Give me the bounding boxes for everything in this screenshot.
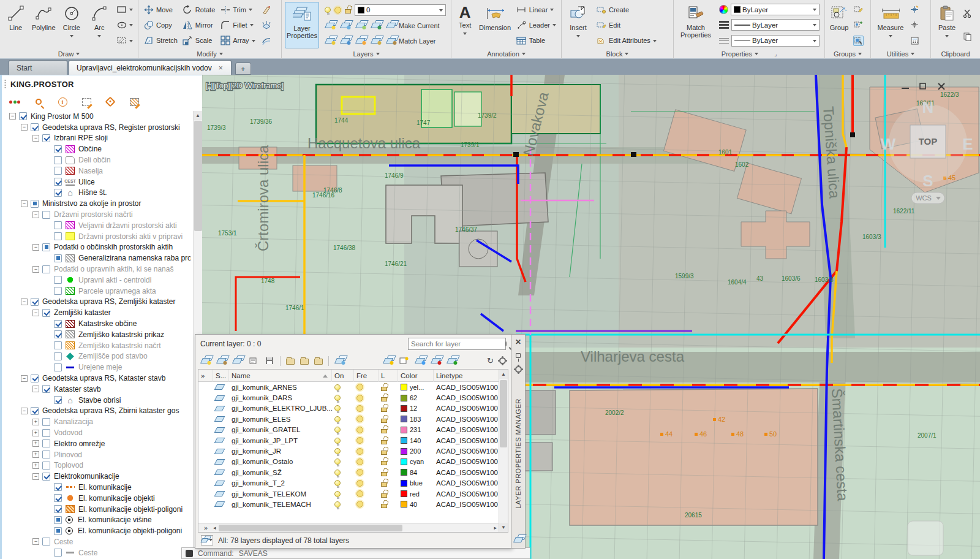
layer-color-swatch[interactable] [401, 480, 407, 487]
group-button[interactable]: Group [826, 2, 852, 48]
tree-checkbox[interactable] [54, 167, 62, 175]
layer-freeze-icon[interactable] [356, 501, 363, 508]
layer-row[interactable]: gji_komunik_TELEMACH40ACAD_ISO05W100 [198, 499, 508, 509]
polyline-button[interactable]: Polyline [31, 2, 57, 48]
layer-linetype[interactable]: ACAD_ISO05W100 [436, 501, 498, 508]
tree-item[interactable]: El. komunikacije [2, 482, 190, 493]
leader-dropdown-icon[interactable] [552, 24, 556, 28]
cut-icon[interactable] [962, 9, 973, 19]
tree-expand-toggle[interactable]: + [32, 462, 39, 469]
vscroll-up-icon[interactable]: ▲ [499, 370, 508, 379]
set-current-icon[interactable] [248, 356, 258, 366]
tree-item[interactable]: −Kataster stavb [2, 384, 190, 395]
scroll-up-icon[interactable]: ▲ [194, 111, 202, 120]
layer-on-icon[interactable] [334, 384, 341, 390]
tree-item[interactable]: Deli občin [2, 154, 190, 165]
delete-all-icon[interactable] [431, 356, 441, 366]
tree-checkbox[interactable] [31, 123, 39, 131]
vscroll-down-icon[interactable]: ▼ [499, 523, 508, 532]
tree-checkbox[interactable] [42, 309, 50, 317]
tab-start[interactable]: Start [9, 60, 67, 75]
tree-checkbox[interactable] [54, 178, 62, 186]
viewcube-north[interactable]: N [922, 98, 934, 116]
tree-expand-toggle[interactable]: + [32, 451, 39, 458]
leader-button[interactable]: Leader [514, 19, 558, 31]
layer-row[interactable]: gji_komunik_ELES183ACAD_ISO05W100 [198, 414, 508, 424]
offset-button[interactable] [260, 35, 274, 47]
layer-row[interactable]: gji_komunik_SŽ84ACAD_ISO05W100 [198, 467, 508, 477]
tree-item[interactable]: ⌂Hišne št. [2, 188, 190, 199]
layer-linetype[interactable]: ACAD_ISO05W100 [436, 394, 498, 401]
tree-checkbox[interactable] [42, 385, 50, 393]
tree-item[interactable]: −Ceste [2, 536, 190, 547]
array-dropdown-icon[interactable] [252, 40, 255, 44]
measure-button[interactable]: Measure [874, 2, 907, 48]
tree-item[interactable]: −Ministrstvo za okolje in prostor [2, 198, 190, 209]
layer-unlock-all-icon[interactable] [371, 36, 381, 46]
tree-item[interactable]: +Elektro omrežje [2, 438, 190, 449]
trim-dropdown-icon[interactable] [249, 9, 252, 13]
layer-color-swatch[interactable] [401, 405, 407, 412]
tree-checkbox[interactable] [54, 287, 62, 295]
layer-linetype[interactable]: ACAD_ISO05W100 [436, 447, 498, 455]
layer-dropdown-icon[interactable] [439, 9, 443, 13]
scale-button[interactable]: Scale [181, 35, 217, 47]
layer-freeze-icon[interactable] [356, 469, 363, 476]
layer-freeze-icon[interactable] [356, 448, 363, 455]
scroll-left-icon[interactable]: ◂ [213, 525, 216, 531]
copy-button[interactable]: Copy [141, 19, 179, 31]
layer-isolate-icon[interactable] [325, 20, 335, 31]
tree-checkbox[interactable] [31, 200, 39, 208]
layer-states-icon[interactable] [314, 359, 323, 365]
layer-row[interactable]: gji_komunik_TELEKOMredACAD_ISO05W100 [198, 489, 508, 499]
tree-checkbox[interactable] [54, 494, 62, 502]
tree-checkbox[interactable] [54, 189, 62, 197]
layer-lock-icon[interactable] [381, 461, 387, 465]
linear-button[interactable]: Linear [514, 4, 558, 15]
rectangle-button[interactable] [115, 4, 135, 15]
erase-button[interactable] [260, 4, 274, 15]
tree-checkbox[interactable] [54, 320, 62, 328]
vscroll-thumb[interactable] [500, 380, 507, 447]
tab-drawing[interactable]: Upravljavci_elektrokomunikacijskih vodov… [69, 60, 232, 75]
layer-search-box[interactable] [408, 338, 506, 350]
layer-freeze-icon[interactable] [340, 20, 350, 31]
column-linetype[interactable]: Linetype [434, 370, 499, 382]
viewcube-east[interactable]: E [962, 135, 973, 153]
tree-checkbox[interactable] [42, 134, 50, 142]
column-color[interactable]: Color [398, 370, 434, 382]
tree-checkbox[interactable] [54, 232, 62, 240]
layer-on-icon[interactable] [334, 458, 341, 465]
tree-item[interactable]: Ceste [2, 547, 190, 558]
layer-freeze-icon[interactable] [356, 480, 363, 487]
tree-checkbox[interactable] [42, 538, 50, 546]
properties-dialog-launcher-icon[interactable]: ⌟ [774, 51, 777, 57]
fillet-button[interactable]: Fillet [218, 19, 257, 31]
filter-icon[interactable] [201, 535, 213, 546]
layer-linetype[interactable]: ACAD_ISO05W100 [436, 416, 498, 423]
layer-on-icon[interactable] [334, 480, 341, 486]
layer-linetype[interactable]: ACAD_ISO05W100 [436, 437, 498, 444]
layer-linetype[interactable]: ACAD_ISO05W100 [436, 384, 498, 391]
layer-lock-icon[interactable] [381, 482, 387, 487]
line-button[interactable]: Line [3, 2, 29, 48]
scroll-right-icon[interactable]: ▸ [494, 525, 497, 531]
layer-lock-icon[interactable] [381, 408, 387, 412]
layer-lock-icon[interactable] [381, 493, 387, 498]
layer-row[interactable]: gji_komunik_DARS62ACAD_ISO05W100 [198, 392, 508, 403]
tree-expand-toggle[interactable]: − [21, 408, 28, 414]
tree-item[interactable]: Parcele upravnega akta [2, 286, 190, 297]
tree-item[interactable]: −Podatki o upravnih aktih, ki se nanaš [2, 264, 190, 275]
tree-item[interactable]: −Podatki o občinskih prostorskih aktih [2, 242, 190, 253]
tree-item[interactable]: Upravni akti - centroidi [2, 275, 190, 286]
layer-linetype[interactable]: ACAD_ISO05W100 [436, 479, 498, 487]
tree-checkbox[interactable] [54, 505, 62, 513]
bottom-expand-button[interactable]: » [198, 524, 213, 531]
tree-item[interactable]: El. komunikacije objekti-poligoni [2, 504, 190, 515]
new-property-filter-icon[interactable] [300, 359, 309, 365]
tree-expand-toggle[interactable]: + [32, 419, 39, 425]
tree-checkbox[interactable] [54, 276, 62, 284]
layer-freeze-icon[interactable] [356, 416, 363, 422]
delete-layer-icon[interactable] [232, 356, 243, 366]
layer-properties-button[interactable]: Layer Properties [285, 2, 319, 48]
